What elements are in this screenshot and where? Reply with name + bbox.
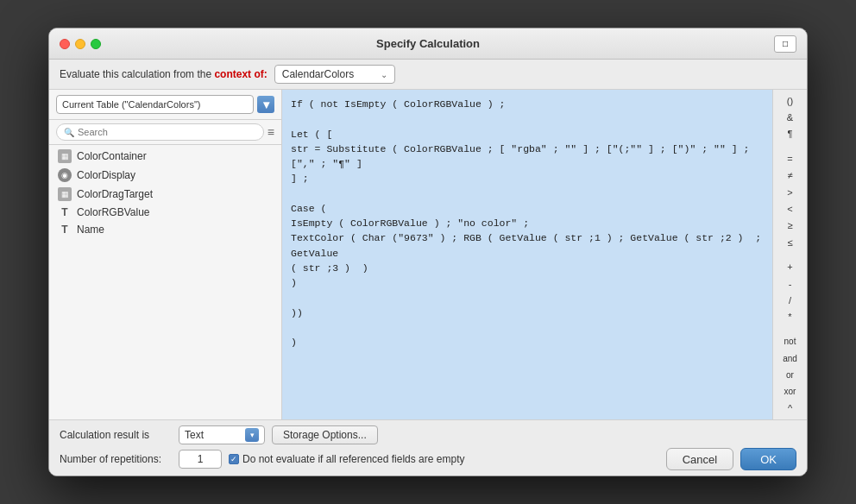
repetitions-input[interactable] [179, 450, 222, 469]
or-op-button[interactable]: or [777, 368, 803, 382]
result-type-arrow-icon: ▾ [245, 428, 259, 442]
ok-button[interactable]: OK [740, 448, 796, 470]
pow-op-button[interactable]: ^ [777, 401, 803, 416]
table-select-arrow-icon: ▾ [263, 98, 269, 111]
sidebar: Current Table ("CalendarColors") ▾ 🔍 ≡ ▦ [49, 90, 282, 419]
container-icon-symbol: ▦ [61, 152, 69, 161]
add-op-button[interactable]: + [777, 259, 803, 274]
sort-icon[interactable]: ≡ [268, 125, 274, 139]
mul-op-button[interactable]: * [777, 310, 803, 324]
specify-calculation-window: Specify Calculation □ Evaluate this calc… [48, 28, 808, 476]
container-icon: ▦ [58, 187, 72, 201]
field-name: ColorDisplay [77, 169, 135, 181]
circle-icon-symbol: ◉ [61, 171, 68, 180]
checkbox-area: ✓ Do not evaluate if all referenced fiel… [229, 453, 464, 465]
bottom-row1: Calculation result is Text ▾ Storage Opt… [60, 425, 796, 444]
field-name: ColorDragTarget [77, 188, 153, 200]
gt-op-button[interactable]: > [777, 185, 803, 199]
table-select-dropdown-btn[interactable]: ▾ [257, 96, 274, 113]
text-icon: T [58, 206, 72, 218]
container-icon-symbol: ▦ [61, 190, 69, 198]
lte-op-button[interactable]: ≤ [777, 235, 803, 249]
checkbox-label: Do not evaluate if all referenced fields… [242, 453, 464, 465]
context-select-value: CalendarColors [282, 68, 381, 80]
result-type-select[interactable]: Text ▾ [179, 425, 265, 444]
and-op-button[interactable]: and [777, 350, 803, 365]
search-input-wrapper: 🔍 [56, 123, 264, 141]
field-name: ColorRGBValue [77, 206, 149, 218]
list-item[interactable]: T ColorRGBValue [49, 204, 281, 221]
calc-result-label: Calculation result is [60, 429, 172, 441]
operators-panel: () & ¶ = ≠ > < ≥ ≤ + - / * not and or xo… [772, 90, 807, 419]
storage-options-button[interactable]: Storage Options... [272, 425, 378, 444]
main-content: Current Table ("CalendarColors") ▾ 🔍 ≡ ▦ [49, 90, 807, 419]
field-name: ColorContainer [77, 150, 147, 162]
eq-op-button[interactable]: = [777, 151, 803, 166]
editor-area: If ( not IsEmpty ( ColorRGBValue ) ; Let… [282, 90, 807, 419]
traffic-lights [60, 39, 101, 49]
minimize-button[interactable] [75, 39, 85, 49]
search-bar: 🔍 ≡ [49, 120, 281, 145]
context-bar: Evaluate this calculation from the conte… [49, 60, 807, 90]
checkmark-icon: ✓ [230, 455, 237, 463]
gte-op-button[interactable]: ≥ [777, 218, 803, 233]
close-button[interactable] [60, 39, 70, 49]
preview-button[interactable]: □ [774, 35, 796, 53]
no-eval-checkbox[interactable]: ✓ [229, 454, 239, 464]
search-icon: 🔍 [64, 128, 74, 137]
sub-op-button[interactable]: - [777, 276, 803, 291]
concat-op-button[interactable]: & [777, 110, 803, 124]
text-icon: T [58, 224, 72, 236]
cancel-button[interactable]: Cancel [666, 448, 733, 470]
para-op-button[interactable]: ¶ [777, 127, 803, 142]
lt-op-button[interactable]: < [777, 201, 803, 216]
xor-op-button[interactable]: xor [777, 384, 803, 399]
sidebar-header: Current Table ("CalendarColors") ▾ [49, 90, 281, 120]
div-op-button[interactable]: / [777, 293, 803, 307]
maximize-button[interactable] [91, 39, 101, 49]
titlebar: Specify Calculation □ [49, 28, 807, 60]
neq-op-button[interactable]: ≠ [777, 168, 803, 183]
window-title: Specify Calculation [376, 37, 480, 50]
paren-op-button[interactable]: () [777, 93, 803, 108]
bottom-bar: Calculation result is Text ▾ Storage Opt… [49, 419, 807, 476]
code-editor[interactable]: If ( not IsEmpty ( ColorRGBValue ) ; Let… [282, 90, 772, 419]
table-select-value: Current Table ("CalendarColors") [62, 99, 248, 110]
search-input[interactable] [78, 127, 256, 137]
action-buttons: Cancel OK [666, 448, 796, 470]
context-select[interactable]: CalendarColors ⌄ [274, 65, 395, 84]
repetitions-label: Number of repetitions: [60, 453, 172, 465]
field-name: Name [77, 224, 104, 236]
container-icon: ▦ [58, 149, 72, 163]
arrow-icon: ▾ [250, 431, 255, 439]
table-select[interactable]: Current Table ("CalendarColors") [56, 95, 254, 114]
result-type-value: Text [185, 429, 245, 441]
list-item[interactable]: ◉ ColorDisplay [49, 166, 281, 185]
list-item[interactable]: T Name [49, 221, 281, 238]
not-op-button[interactable]: not [777, 334, 803, 349]
list-item[interactable]: ▦ ColorContainer [49, 147, 281, 166]
field-list: ▦ ColorContainer ◉ ColorDisplay ▦ ColorD… [49, 145, 281, 419]
bottom-row2: Number of repetitions: ✓ Do not evaluate… [60, 448, 796, 470]
circle-icon: ◉ [58, 168, 72, 182]
context-label: Evaluate this calculation from the conte… [60, 68, 268, 80]
list-item[interactable]: ▦ ColorDragTarget [49, 185, 281, 204]
context-select-arrow-icon: ⌄ [381, 70, 387, 79]
